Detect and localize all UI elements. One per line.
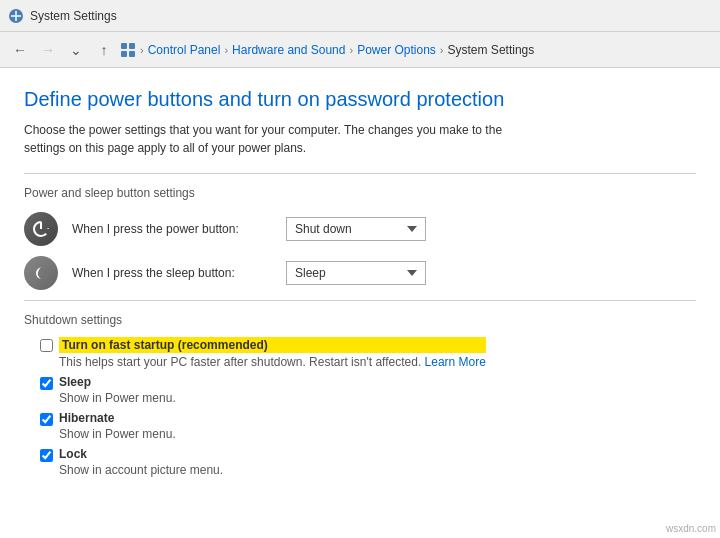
sleep-option-row: Sleep Show in Power menu. [24, 375, 696, 405]
sleep-button-label: When I press the sleep button: [72, 266, 272, 280]
hibernate-option-content: Hibernate Show in Power menu. [59, 411, 176, 441]
nav-bar: ← → ⌄ ↑ › Control Panel › Hardware and S… [0, 32, 720, 68]
fast-startup-checkbox[interactable] [40, 339, 53, 352]
lock-option-label[interactable]: Lock [59, 447, 223, 461]
sleep-button-row: When I press the sleep button: Sleep Hib… [24, 256, 696, 290]
lock-option-desc: Show in account picture menu. [59, 463, 223, 477]
forward-button[interactable]: → [36, 38, 60, 62]
hibernate-option-row: Hibernate Show in Power menu. [24, 411, 696, 441]
svg-rect-2 [129, 43, 135, 49]
power-button-row: When I press the power button: Shut down… [24, 212, 696, 246]
fast-startup-row: Turn on fast startup (recommended) This … [24, 337, 696, 369]
sleep-button-icon [24, 256, 58, 290]
title-bar: System Settings [0, 0, 720, 32]
section-divider-2 [24, 300, 696, 301]
section-divider-1 [24, 173, 696, 174]
fast-startup-desc: This helps start your PC faster after sh… [59, 355, 486, 369]
sleep-option-label[interactable]: Sleep [59, 375, 176, 389]
app-icon [8, 8, 24, 24]
hibernate-option-checkbox[interactable] [40, 413, 53, 426]
sleep-option-content: Sleep Show in Power menu. [59, 375, 176, 405]
back-button[interactable]: ← [8, 38, 32, 62]
window-title: System Settings [30, 9, 117, 23]
lock-option-row: Lock Show in account picture menu. [24, 447, 696, 477]
sleep-option-desc: Show in Power menu. [59, 391, 176, 405]
lock-option-content: Lock Show in account picture menu. [59, 447, 223, 477]
up-button[interactable]: ↑ [92, 38, 116, 62]
breadcrumb-sep-3: › [349, 44, 353, 56]
power-button-icon [24, 212, 58, 246]
breadcrumb-sep-2: › [224, 44, 228, 56]
shutdown-section: Shutdown settings Turn on fast startup (… [24, 313, 696, 477]
sleep-icon [32, 264, 50, 282]
button-settings-section: When I press the power button: Shut down… [24, 212, 696, 290]
svg-rect-1 [121, 43, 127, 49]
breadcrumb-control-panel[interactable]: Control Panel [148, 43, 221, 57]
breadcrumb: › Control Panel › Hardware and Sound › P… [120, 42, 712, 58]
svg-rect-4 [129, 51, 135, 57]
page-title: Define power buttons and turn on passwor… [24, 88, 696, 111]
hibernate-option-desc: Show in Power menu. [59, 427, 176, 441]
power-button-label: When I press the power button: [72, 222, 272, 236]
shutdown-header: Shutdown settings [24, 313, 696, 327]
breadcrumb-power-options[interactable]: Power Options [357, 43, 436, 57]
power-icon [32, 220, 50, 238]
sleep-option-checkbox[interactable] [40, 377, 53, 390]
fast-startup-label[interactable]: Turn on fast startup (recommended) [59, 337, 486, 353]
sleep-button-select[interactable]: Sleep Hibernate Shut down Do nothing Tur… [286, 261, 426, 285]
breadcrumb-system-settings: System Settings [448, 43, 535, 57]
page-description: Choose the power settings that you want … [24, 121, 524, 157]
breadcrumb-sep-4: › [440, 44, 444, 56]
learn-more-link[interactable]: Learn More [425, 355, 486, 369]
main-content: Define power buttons and turn on passwor… [0, 68, 720, 538]
dropdown-button[interactable]: ⌄ [64, 38, 88, 62]
breadcrumb-hardware-sound[interactable]: Hardware and Sound [232, 43, 345, 57]
fast-startup-content: Turn on fast startup (recommended) This … [59, 337, 486, 369]
power-sleep-header: Power and sleep button settings [24, 186, 696, 200]
svg-rect-3 [121, 51, 127, 57]
lock-option-checkbox[interactable] [40, 449, 53, 462]
watermark: wsxdn.com [666, 523, 716, 534]
breadcrumb-sep-1: › [140, 44, 144, 56]
hibernate-option-label[interactable]: Hibernate [59, 411, 176, 425]
power-button-select[interactable]: Shut down Sleep Hibernate Do nothing Tur… [286, 217, 426, 241]
control-panel-icon [120, 42, 136, 58]
